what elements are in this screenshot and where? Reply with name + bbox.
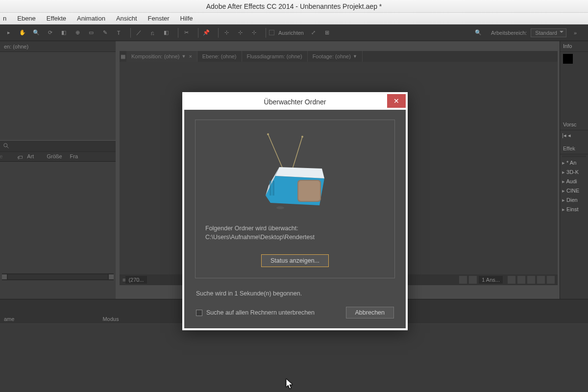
- viewer-opt-icon[interactable]: [537, 276, 545, 284]
- svg-rect-14: [270, 181, 271, 196]
- scroll-right-icon[interactable]: [109, 274, 114, 279]
- close-icon[interactable]: ×: [189, 53, 192, 59]
- menu-item[interactable]: Hilfe: [180, 15, 193, 22]
- viewer-opt-icon[interactable]: [547, 276, 555, 284]
- clone-tool-icon[interactable]: ⎌: [147, 28, 157, 38]
- effects-search[interactable]: [562, 155, 586, 157]
- pen-tool-icon[interactable]: ✎: [100, 28, 110, 38]
- zoom-tool-icon[interactable]: 🔍: [31, 28, 41, 38]
- effects-panel-tab[interactable]: Effek: [560, 144, 588, 154]
- svg-line-1: [7, 147, 9, 148]
- timeline-col-name[interactable]: ame: [4, 316, 14, 322]
- cancel-button[interactable]: Abbrechen: [346, 307, 394, 318]
- viewer-zoom[interactable]: (270...: [125, 276, 147, 284]
- align-label: Ausrichten: [278, 30, 304, 36]
- window-titlebar: Adobe After Effects CC 2014 - Unbenannte…: [0, 0, 588, 13]
- world-axis-icon[interactable]: ⊹: [235, 28, 245, 38]
- selection-tool-icon[interactable]: ▸: [4, 28, 14, 38]
- toolbar: ▸ ✋ 🔍 ⟳ ◧ ⊕ ▭ ✎ T ／ ⎌ ◧ ✂ 📌 ⊹ ⊹ ⊹ Ausric…: [0, 24, 588, 41]
- col-name[interactable]: Name: [0, 152, 2, 161]
- info-panel-tab[interactable]: Info: [560, 41, 588, 52]
- effects-category[interactable]: 3D-K: [560, 168, 588, 177]
- menu-item[interactable]: Ebene: [17, 15, 36, 22]
- composition-tabs: ▦ Komposition: (ohne) ▼ × Ebene: (ohne) …: [120, 51, 558, 62]
- tab-footage[interactable]: Footage: (ohne) ▼: [308, 51, 363, 62]
- dialog-frame: Folgender Ordner wird überwacht: C:\User…: [195, 120, 395, 278]
- local-axis-icon[interactable]: ⊹: [221, 28, 231, 38]
- effects-category[interactable]: Audi: [560, 177, 588, 186]
- text-tool-icon[interactable]: T: [114, 28, 123, 38]
- tab-komposition[interactable]: Komposition: (ohne) ▼ ×: [126, 51, 197, 62]
- workspace-dropdown[interactable]: Standard: [531, 28, 566, 37]
- viewer-opt-icon[interactable]: [527, 276, 535, 284]
- eraser-tool-icon[interactable]: ◧: [161, 28, 171, 38]
- tab-ebene[interactable]: Ebene: (ohne): [197, 51, 242, 62]
- close-icon: ✕: [393, 97, 399, 105]
- effects-category[interactable]: CINE: [560, 186, 588, 196]
- show-status-button[interactable]: Status anzeigen...: [261, 254, 329, 267]
- label-icon[interactable]: 🏷: [14, 153, 21, 160]
- pause-all-label: Suche auf allen Rechnern unterbrechen: [206, 309, 315, 316]
- menu-item[interactable]: Fenster: [148, 15, 170, 22]
- dialog-titlebar[interactable]: Überwachter Ordner ✕: [184, 94, 406, 110]
- project-scrollbar[interactable]: [2, 273, 114, 280]
- prev-frame-icon[interactable]: ◂: [568, 132, 571, 139]
- pause-all-checkbox[interactable]: [196, 310, 202, 316]
- viewer-opt-icon[interactable]: [508, 276, 515, 284]
- watched-path-label: Folgender Ordner wird überwacht:: [205, 224, 315, 233]
- chevron-down-icon[interactable]: ▼: [353, 54, 357, 59]
- dialog-footer: Suche auf allen Rechnern unterbrechen Ab…: [195, 307, 395, 319]
- pan-behind-tool-icon[interactable]: ⊕: [73, 28, 82, 38]
- tab-lock-icon[interactable]: ▦: [120, 53, 126, 60]
- viewer-views[interactable]: 1 Ans...: [479, 276, 503, 284]
- rotate-tool-icon[interactable]: ⟳: [45, 28, 55, 38]
- view-axis-icon[interactable]: ⊹: [249, 28, 259, 38]
- svg-rect-10: [298, 181, 320, 201]
- viewer-opt-icon[interactable]: [459, 276, 467, 284]
- effects-category[interactable]: Dien: [560, 196, 588, 205]
- preview-transport: |◂ ◂: [560, 130, 588, 141]
- roto-tool-icon[interactable]: ✂: [181, 28, 191, 38]
- workspace-menu-icon[interactable]: »: [570, 28, 580, 38]
- toolbar-separator: [130, 28, 131, 38]
- effects-category[interactable]: * An: [560, 158, 588, 168]
- viewer-opt-icon[interactable]: [469, 276, 477, 284]
- scroll-track[interactable]: [8, 274, 108, 279]
- search-icon[interactable]: 🔍: [473, 28, 483, 38]
- snapping-opts-icon[interactable]: ⊞: [322, 28, 332, 38]
- toolbar-separator: [218, 28, 219, 38]
- align-checkbox[interactable]: [269, 30, 274, 35]
- menu-item[interactable]: n: [3, 15, 6, 22]
- svg-line-3: [293, 137, 302, 169]
- countdown-text: Suche wird in 1 Sekunde(n) begonnen.: [195, 290, 395, 297]
- mask-tool-icon[interactable]: ▭: [86, 28, 96, 38]
- svg-point-5: [301, 136, 303, 138]
- menu-item[interactable]: Ansicht: [116, 15, 137, 22]
- brush-tool-icon[interactable]: ／: [134, 28, 144, 38]
- tab-label: Footage: (ohne): [313, 53, 351, 59]
- tv-illustration-icon: [256, 132, 334, 215]
- project-columns: Name 🏷 Art Größe Fra: [0, 152, 116, 162]
- timeline-col-modus[interactable]: Modus: [102, 316, 119, 322]
- first-frame-icon[interactable]: |◂: [562, 132, 566, 139]
- tab-flussdiagramm[interactable]: Flussdiagramm: (ohne): [242, 51, 308, 62]
- project-panel-header[interactable]: en: (ohne): [0, 41, 116, 52]
- effects-category[interactable]: Einst: [560, 205, 588, 214]
- menu-item[interactable]: Animation: [77, 15, 105, 22]
- close-button[interactable]: ✕: [387, 94, 406, 108]
- dialog-body: Folgender Ordner wird überwacht: C:\User…: [184, 110, 406, 328]
- puppet-tool-icon[interactable]: 📌: [201, 28, 211, 38]
- col-art[interactable]: Art: [24, 152, 34, 161]
- camera-tool-icon[interactable]: ◧: [59, 28, 69, 38]
- search-icon[interactable]: [3, 143, 10, 149]
- scroll-left-icon[interactable]: [2, 274, 7, 279]
- preview-panel-tab[interactable]: Vorsc: [560, 120, 588, 130]
- chevron-down-icon[interactable]: ▼: [181, 54, 186, 59]
- viewer-opt-icon[interactable]: [517, 276, 525, 284]
- hand-tool-icon[interactable]: ✋: [18, 28, 27, 38]
- snapping-icon[interactable]: ⤢: [309, 28, 318, 38]
- col-groesse[interactable]: Größe: [44, 152, 62, 161]
- col-fra[interactable]: Fra: [67, 152, 78, 161]
- menu-item[interactable]: Effekte: [47, 15, 66, 22]
- toolbar-separator: [178, 28, 178, 38]
